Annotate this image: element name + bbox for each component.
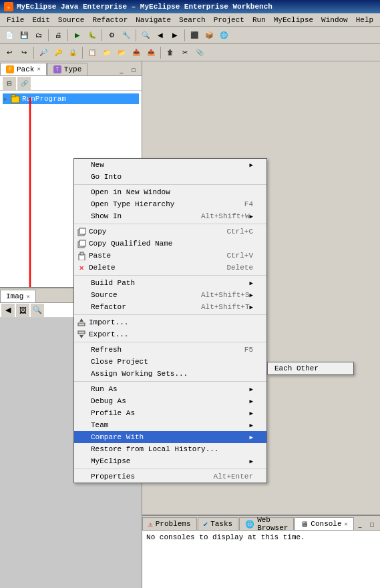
toolbar-btn-11[interactable]: 📋 (85, 46, 99, 59)
nav-back-button[interactable]: ◀ (154, 29, 167, 42)
ctx-restore[interactable]: Restore from Local History... (74, 443, 266, 455)
ctx-properties[interactable]: Properties Alt+Enter (74, 471, 266, 483)
link-with-editor-btn[interactable]: 🔗 (17, 77, 31, 90)
tab-imag[interactable]: Imag ✕ (0, 290, 36, 302)
redo-button[interactable]: ↪ (17, 46, 31, 59)
toolbar-btn-6[interactable]: 📦 (202, 29, 216, 42)
nav-fwd-button[interactable]: ▶ (168, 29, 182, 42)
save-all-button[interactable]: 🗂 (32, 29, 45, 42)
menu-project[interactable]: Project (210, 15, 248, 25)
console-tab-close[interactable]: ✕ (345, 521, 348, 528)
ctx-sep-6 (74, 381, 266, 382)
search-toggle-button[interactable]: 🔍 (139, 29, 152, 42)
toolbar-btn-9[interactable]: 🔑 (51, 46, 65, 59)
menu-source[interactable]: Source (54, 15, 89, 25)
ctx-show-in[interactable]: Show In Alt+Shift+W ▶ (74, 210, 266, 222)
tasks-tab-label: Tasks (210, 520, 232, 528)
ctx-run-as[interactable]: Run As ▶ (74, 383, 266, 395)
toolbar-btn-17[interactable]: ✂ (178, 46, 192, 59)
tab-type[interactable]: T Type (47, 63, 87, 75)
ctx-paste[interactable]: Paste Ctrl+V (74, 250, 266, 262)
ctx-close-project[interactable]: Close Project (74, 356, 266, 368)
menu-navigate[interactable]: Navigate (132, 15, 175, 25)
ctx-compare-with[interactable]: Compare With ▶ (74, 431, 266, 443)
img-view-btn[interactable]: 🖼 (16, 304, 29, 317)
menu-file[interactable]: File (3, 15, 28, 25)
ctx-export[interactable]: Export... (74, 328, 266, 340)
ctx-open-type-hierarchy-label: Open Type Hierarchy (91, 200, 231, 208)
undo-button[interactable]: ↩ (3, 46, 16, 59)
print-button[interactable]: 🖨 (51, 29, 65, 42)
menu-window[interactable]: Window (317, 15, 352, 25)
collapse-all-btn[interactable]: ⊟ (3, 77, 16, 90)
toolbar-btn-13[interactable]: 📂 (115, 46, 128, 59)
ctx-build-path-arrow: ▶ (250, 280, 253, 287)
ctx-open-new-window-label: Open in New Window (91, 188, 253, 196)
tab-web-browser[interactable]: 🌐 Web Browser (239, 517, 294, 530)
svg-rect-7 (79, 240, 85, 246)
prev-image-btn[interactable]: ◀ (1, 304, 15, 317)
zoom-out-btn[interactable]: 🔍 (31, 304, 44, 317)
ctx-team[interactable]: Team ▶ (74, 419, 266, 431)
submenu-each-other[interactable]: Each Other (268, 362, 353, 374)
minimize-bottom-btn[interactable]: _ (355, 519, 365, 530)
menu-help[interactable]: Help (352, 15, 377, 25)
toolbar-btn-14[interactable]: 📥 (130, 46, 143, 59)
toolbar-btn-5[interactable]: ⬛ (188, 29, 201, 42)
ctx-copy-qualified[interactable]: Copy Qualified Name (74, 238, 266, 250)
ctx-profile-as[interactable]: Profile As ▶ (74, 407, 266, 419)
toolbar-btn-12[interactable]: 📁 (100, 46, 114, 59)
tab-tasks[interactable]: ✔ Tasks (198, 517, 239, 530)
toolbar-btn-3[interactable]: ⚙ (105, 29, 118, 42)
ctx-build-path[interactable]: Build Path ▶ (74, 277, 266, 289)
tab-pack[interactable]: P Pack ✕ (0, 63, 47, 75)
toolbar-btn-18[interactable]: 📎 (193, 46, 206, 59)
ctx-new[interactable]: New ▶ (74, 159, 266, 171)
run-button[interactable]: ▶ (71, 29, 84, 42)
ctx-debug-as[interactable]: Debug As ▶ (74, 395, 266, 407)
menu-refactor[interactable]: Refactor (88, 15, 132, 25)
toolbar-btn-7[interactable]: 🌐 (217, 29, 230, 42)
minimize-left-btn[interactable]: _ (116, 65, 127, 75)
save-button[interactable]: 💾 (17, 29, 31, 42)
ctx-import[interactable]: Import... (74, 316, 266, 328)
ctx-refactor[interactable]: Refactor Alt+Shift+T ▶ (74, 301, 266, 313)
pack-tab-close[interactable]: ✕ (37, 65, 40, 73)
ctx-go-into[interactable]: Go Into (74, 171, 266, 183)
ctx-copy[interactable]: Copy Ctrl+C (74, 226, 266, 238)
sep6 (33, 47, 34, 59)
new-button[interactable]: 📄 (3, 29, 16, 42)
ctx-refresh-shortcut: F5 (244, 346, 253, 354)
ctx-sep-3 (74, 275, 266, 276)
toolbar-btn-10[interactable]: 🔒 (66, 46, 79, 59)
debug-button[interactable]: 🐛 (85, 29, 99, 42)
ctx-new-arrow: ▶ (250, 162, 253, 169)
ctx-go-into-label: Go Into (91, 173, 253, 181)
menu-bar: File Edit Source Refactor Navigate Searc… (0, 13, 380, 27)
ctx-open-type-hierarchy-shortcut: F4 (244, 200, 253, 208)
toolbar-1: 📄 💾 🗂 🖨 ▶ 🐛 ⚙ 🔧 🔍 ◀ ▶ ⬛ 📦 🌐 (0, 27, 380, 44)
tree-item-runprogram[interactable]: ▶ RunProgram (3, 93, 139, 104)
ctx-source[interactable]: Source Alt+Shift+S ▶ (74, 289, 266, 301)
menu-myeclipse[interactable]: MyEclipse (270, 15, 317, 25)
ctx-refresh[interactable]: Refresh F5 (74, 344, 266, 356)
imag-tab-close[interactable]: ✕ (26, 293, 29, 300)
menu-edit[interactable]: Edit (28, 15, 53, 25)
toolbar-btn-16[interactable]: 🗑 (164, 46, 177, 59)
svg-rect-5 (79, 228, 85, 234)
ctx-open-new-window[interactable]: Open in New Window (74, 186, 266, 198)
tab-console[interactable]: 🖥 Console ✕ (295, 517, 354, 530)
toolbar-btn-15[interactable]: 📤 (144, 46, 158, 59)
ctx-myeclipse[interactable]: MyEclipse ▶ (74, 455, 266, 467)
toolbar-btn-4[interactable]: 🔧 (120, 29, 133, 42)
ctx-source-arrow: ▶ (250, 292, 253, 299)
maximize-bottom-btn[interactable]: □ (367, 519, 377, 530)
tab-problems[interactable]: ⚠ Problems (142, 517, 196, 530)
menu-run[interactable]: Run (248, 15, 270, 25)
maximize-left-btn[interactable]: □ (128, 65, 139, 75)
toolbar-btn-8[interactable]: 🔎 (37, 46, 50, 59)
ctx-assign-working-sets[interactable]: Assign Working Sets... (74, 368, 266, 380)
ctx-open-type-hierarchy[interactable]: Open Type Hierarchy F4 (74, 198, 266, 210)
menu-search[interactable]: Search (175, 15, 210, 25)
ctx-delete[interactable]: ✕ Delete Delete (74, 262, 266, 274)
